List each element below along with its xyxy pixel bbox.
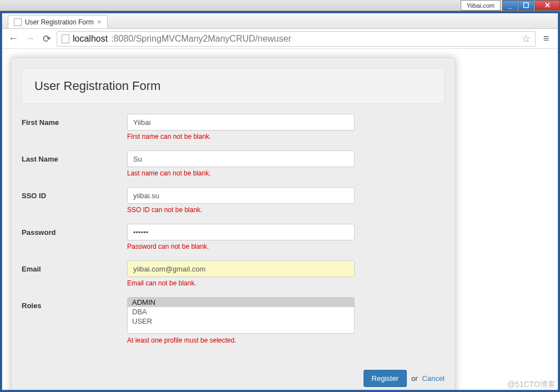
row-sso-id: SSO ID SSO ID can not be blank.	[22, 187, 445, 219]
register-button[interactable]: Register	[364, 370, 407, 387]
label-last-name: Last Name	[22, 150, 127, 163]
email-input[interactable]	[127, 260, 355, 277]
window-maximize-button[interactable]: ☐	[518, 0, 534, 11]
row-last-name: Last Name Last name can not be blank.	[22, 150, 445, 183]
label-email: Email	[22, 260, 127, 273]
page-icon	[14, 18, 22, 26]
password-input[interactable]	[127, 224, 355, 240]
row-password: Password Password can not be blank.	[22, 224, 445, 256]
error-last-name: Last name can not be blank.	[127, 169, 355, 177]
roles-select[interactable]: ADMINDBAUSER	[127, 297, 355, 334]
form-actions: Register or Cancel	[12, 364, 455, 390]
label-sso-id: SSO ID	[22, 187, 127, 200]
tab-bar: User Registration Form ×	[2, 13, 558, 29]
url-host: localhost	[73, 34, 108, 44]
roles-option[interactable]: ADMIN	[128, 298, 354, 307]
sso-id-input[interactable]	[127, 187, 355, 204]
error-roles: At least one profile must be selected.	[127, 336, 355, 344]
url-path: :8080/SpringMVCMany2ManyCRUD/newuser	[111, 34, 291, 44]
url-input[interactable]: localhost:8080/SpringMVCMany2ManyCRUD/ne…	[57, 31, 536, 47]
address-bar: ← → ⟳ localhost:8080/SpringMVCMany2ManyC…	[2, 29, 558, 49]
window-brand: Yiibai.com	[461, 0, 501, 11]
page-title: User Registration Form	[34, 79, 432, 93]
roles-option[interactable]: USER	[128, 316, 354, 326]
viewport: User Registration Form First Name First …	[2, 49, 558, 390]
back-button[interactable]: ←	[7, 32, 20, 46]
form-panel: User Registration Form First Name First …	[11, 58, 455, 390]
window-titlebar: Yiibai.com _ ☐ ✕	[0, 0, 560, 11]
page-icon	[62, 34, 69, 43]
watermark: @51CTO博客	[507, 380, 556, 390]
error-sso-id: SSO ID can not be blank.	[127, 206, 355, 214]
label-roles: Roles	[22, 297, 127, 310]
row-first-name: First Name First name can not be blank.	[22, 114, 445, 146]
window-minimize-button[interactable]: _	[502, 0, 518, 11]
row-email: Email Email can not be blank.	[22, 260, 445, 293]
tab-title: User Registration Form	[25, 18, 94, 26]
last-name-input[interactable]	[127, 150, 355, 167]
or-text: or	[411, 374, 418, 383]
roles-option[interactable]: DBA	[128, 307, 354, 316]
browser-tab[interactable]: User Registration Form ×	[8, 15, 108, 28]
registration-form: First Name First name can not be blank. …	[12, 114, 455, 364]
label-password: Password	[22, 224, 127, 237]
error-email: Email can not be blank.	[127, 279, 355, 287]
bookmark-star-icon[interactable]: ☆	[522, 33, 531, 45]
error-first-name: First name can not be blank.	[127, 133, 355, 140]
panel-header: User Registration Form	[22, 68, 445, 104]
window-close-button[interactable]: ✕	[534, 0, 560, 11]
first-name-input[interactable]	[127, 114, 355, 130]
row-roles: Roles ADMINDBAUSER At least one profile …	[22, 297, 445, 350]
label-first-name: First Name	[22, 114, 127, 127]
browser-window: User Registration Form × ← → ⟳ localhost…	[2, 13, 558, 390]
forward-button[interactable]: →	[23, 32, 37, 46]
browser-menu-button[interactable]: ≡	[539, 32, 553, 46]
tab-close-icon[interactable]: ×	[97, 18, 102, 26]
cancel-link[interactable]: Cancel	[422, 374, 445, 383]
error-password: Password can not be blank.	[127, 243, 355, 250]
reload-button[interactable]: ⟳	[40, 32, 53, 46]
